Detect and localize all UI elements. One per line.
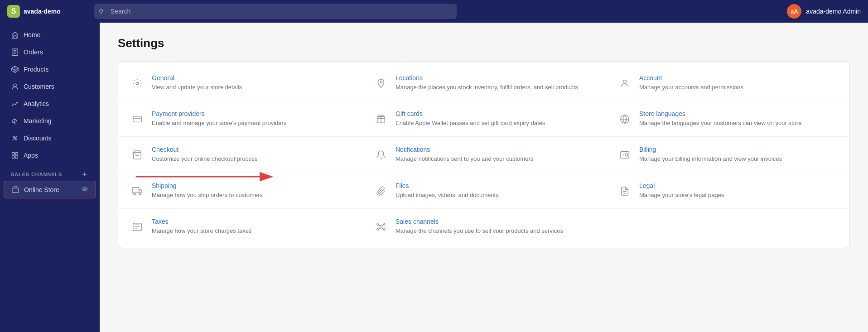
files-desc: Upload images, videos, and documents bbox=[395, 191, 595, 199]
shipping-icon bbox=[129, 183, 145, 199]
sales-channels-content: Sales channels Manage the channels you u… bbox=[395, 218, 595, 235]
billing-desc: Manage your billing information and view… bbox=[639, 155, 839, 163]
store-logo[interactable]: S avada-demo bbox=[7, 5, 89, 18]
settings-item-sales-channels[interactable]: Sales channels Manage the channels you u… bbox=[362, 209, 606, 244]
svg-point-21 bbox=[139, 192, 141, 195]
svg-rect-9 bbox=[12, 188, 19, 192]
settings-item-locations[interactable]: Locations Manage the places you stock in… bbox=[362, 65, 606, 101]
store-languages-desc: Manage the languages your customers can … bbox=[639, 119, 839, 127]
sidebar-item-label: Apps bbox=[24, 152, 38, 159]
sidebar-item-label: Marketing bbox=[24, 117, 51, 125]
svg-point-20 bbox=[134, 192, 136, 195]
sidebar-item-marketing[interactable]: Marketing bbox=[4, 113, 96, 129]
gift-cards-content: Gift cards Enable Apple Wallet passes an… bbox=[395, 110, 595, 127]
customers-icon bbox=[11, 82, 19, 91]
svg-point-4 bbox=[15, 139, 17, 140]
svg-rect-15 bbox=[133, 116, 141, 122]
billing-icon bbox=[617, 147, 633, 163]
settings-item-payment-providers[interactable]: Payment providers Enable and manage your… bbox=[118, 101, 362, 137]
svg-rect-18 bbox=[626, 154, 628, 157]
settings-item-account[interactable]: Account Manage your accounts and permiss… bbox=[606, 65, 849, 101]
sidebar-item-discounts[interactable]: Discounts bbox=[4, 130, 96, 146]
sidebar-item-analytics[interactable]: Analytics bbox=[4, 96, 96, 112]
store-languages-title: Store languages bbox=[639, 110, 839, 117]
layout: Home Orders Products Customers Analytics bbox=[0, 23, 868, 332]
sidebar-item-label: Customers bbox=[24, 83, 54, 90]
checkout-title: Checkout bbox=[152, 146, 351, 153]
general-title: General bbox=[152, 74, 351, 82]
store-name: avada-demo bbox=[24, 8, 61, 15]
main-content: Settings General bbox=[100, 23, 868, 332]
settings-item-general[interactable]: General View and update your store detai… bbox=[118, 65, 362, 101]
shopify-icon: S bbox=[7, 5, 20, 18]
settings-item-legal[interactable]: Legal Manage your store's legal pages bbox=[606, 173, 849, 209]
eye-icon[interactable] bbox=[81, 185, 88, 194]
settings-item-billing[interactable]: Billing Manage your billing information … bbox=[606, 137, 849, 173]
sales-channels-icon bbox=[373, 219, 389, 235]
settings-grid: General View and update your store detai… bbox=[118, 65, 849, 244]
settings-item-checkout[interactable]: Checkout Customize your online checkout … bbox=[118, 137, 362, 173]
checkout-desc: Customize your online checkout process bbox=[152, 155, 351, 163]
settings-item-files[interactable]: Files Upload images, videos, and documen… bbox=[362, 173, 606, 209]
add-sales-channel-button[interactable]: + bbox=[81, 170, 89, 178]
shipping-title: Shipping bbox=[152, 182, 351, 189]
sidebar-item-orders[interactable]: Orders bbox=[4, 44, 96, 60]
account-icon bbox=[617, 75, 633, 91]
svg-rect-7 bbox=[12, 156, 14, 158]
online-store-icon bbox=[11, 186, 19, 194]
payment-desc: Enable and manage your store's payment p… bbox=[152, 119, 351, 127]
analytics-icon bbox=[11, 100, 19, 108]
taxes-desc: Manage how your store charges taxes bbox=[152, 227, 351, 235]
svg-rect-8 bbox=[15, 156, 18, 158]
page-title: Settings bbox=[118, 36, 850, 50]
sales-channels-section: SALES CHANNELS + bbox=[4, 164, 96, 180]
search-icon: ⚲ bbox=[99, 8, 103, 15]
search-input[interactable] bbox=[94, 4, 457, 19]
svg-point-26 bbox=[377, 223, 379, 225]
notifications-content: Notifications Manage notifications sent … bbox=[395, 146, 595, 163]
products-icon bbox=[11, 65, 19, 73]
settings-item-shipping[interactable]: Shipping Manage how you ship orders to c… bbox=[118, 173, 362, 209]
sidebar-item-home[interactable]: Home bbox=[4, 27, 96, 43]
topnav-right: aA avada-demo Admin bbox=[787, 4, 861, 19]
svg-point-12 bbox=[136, 82, 139, 85]
settings-card: General View and update your store detai… bbox=[118, 61, 850, 248]
sidebar-item-online-store[interactable]: Online Store bbox=[4, 181, 96, 198]
store-languages-content: Store languages Manage the languages you… bbox=[639, 110, 839, 127]
taxes-title: Taxes bbox=[152, 218, 351, 225]
sidebar-item-label: Discounts bbox=[24, 135, 51, 142]
sidebar-item-label: Home bbox=[24, 31, 40, 38]
payment-icon bbox=[129, 111, 145, 127]
account-desc: Manage your accounts and permissions bbox=[639, 83, 839, 91]
gift-cards-desc: Enable Apple Wallet passes and set gift … bbox=[395, 119, 595, 127]
home-icon bbox=[11, 31, 19, 39]
general-desc: View and update your store details bbox=[152, 83, 351, 91]
avatar[interactable]: aA bbox=[787, 4, 801, 19]
notifications-title: Notifications bbox=[395, 146, 595, 153]
legal-content: Legal Manage your store's legal pages bbox=[639, 182, 839, 199]
sidebar-item-apps[interactable]: Apps bbox=[4, 147, 96, 164]
sidebar-item-customers[interactable]: Customers bbox=[4, 78, 96, 95]
taxes-content: Taxes Manage how your store charges taxe… bbox=[152, 218, 351, 235]
settings-item-notifications[interactable]: Notifications Manage notifications sent … bbox=[362, 137, 606, 173]
billing-content: Billing Manage your billing information … bbox=[639, 146, 839, 163]
svg-point-28 bbox=[377, 228, 379, 230]
settings-item-store-languages[interactable]: Store languages Manage the languages you… bbox=[606, 101, 849, 137]
settings-item-taxes[interactable]: Taxes Manage how your store charges taxe… bbox=[118, 209, 362, 244]
settings-item-gift-cards[interactable]: Gift cards Enable Apple Wallet passes an… bbox=[362, 101, 606, 137]
marketing-icon bbox=[11, 117, 19, 125]
svg-rect-5 bbox=[12, 153, 14, 155]
svg-point-13 bbox=[380, 81, 382, 83]
search-bar[interactable]: ⚲ bbox=[94, 4, 457, 19]
top-navigation: S avada-demo ⚲ aA avada-demo Admin bbox=[0, 0, 868, 23]
notifications-desc: Manage notifications sent to you and you… bbox=[395, 155, 595, 163]
sidebar: Home Orders Products Customers Analytics bbox=[0, 23, 100, 332]
payment-title: Payment providers bbox=[152, 110, 351, 117]
files-content: Files Upload images, videos, and documen… bbox=[395, 182, 595, 199]
svg-point-27 bbox=[384, 223, 386, 225]
files-icon bbox=[373, 183, 389, 199]
shipping-desc: Manage how you ship orders to customers bbox=[152, 191, 351, 199]
sidebar-item-products[interactable]: Products bbox=[4, 61, 96, 77]
sales-channels-desc: Manage the channels you use to sell your… bbox=[395, 227, 595, 235]
sidebar-item-label: Orders bbox=[24, 48, 43, 56]
